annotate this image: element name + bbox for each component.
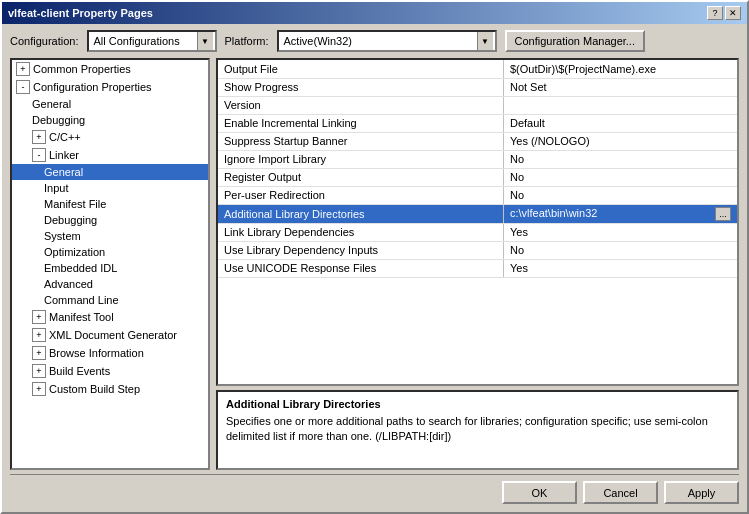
property-value: $(OutDir)\$(ProjectName).exe	[503, 60, 737, 78]
table-row[interactable]: Use Library Dependency InputsNo	[218, 241, 737, 259]
property-name: Use UNICODE Response Files	[218, 259, 503, 277]
tree-item-manifest-tool[interactable]: + Manifest Tool	[12, 308, 208, 326]
property-name: Register Output	[218, 168, 503, 186]
window-title: vlfeat-client Property Pages	[8, 7, 153, 19]
description-title: Additional Library Directories	[226, 398, 729, 410]
tree-label: Build Events	[49, 365, 110, 377]
tree-label: Advanced	[44, 278, 93, 290]
property-name: Suppress Startup Banner	[218, 132, 503, 150]
tree-item-build-events[interactable]: + Build Events	[12, 362, 208, 380]
tree-label: Debugging	[32, 114, 85, 126]
title-bar: vlfeat-client Property Pages ? ✕	[2, 2, 747, 24]
config-label: Configuration:	[10, 35, 79, 47]
tree-item-linker[interactable]: - Linker	[12, 146, 208, 164]
platform-value: Active(Win32)	[281, 35, 477, 47]
help-button[interactable]: ?	[707, 6, 723, 20]
bottom-buttons: OK Cancel Apply	[2, 475, 747, 512]
close-button[interactable]: ✕	[725, 6, 741, 20]
description-text: Specifies one or more additional paths t…	[226, 414, 729, 445]
property-value	[503, 96, 737, 114]
tree-label: General	[32, 98, 71, 110]
config-bar: Configuration: All Configurations ▼ Plat…	[2, 24, 747, 58]
table-row[interactable]: Use UNICODE Response FilesYes	[218, 259, 737, 277]
tree-item-embedded-idl[interactable]: Embedded IDL	[12, 260, 208, 276]
property-name: Show Progress	[218, 78, 503, 96]
tree-label: Manifest File	[44, 198, 106, 210]
table-row[interactable]: Output File$(OutDir)\$(ProjectName).exe	[218, 60, 737, 78]
right-panel: Output File$(OutDir)\$(ProjectName).exeS…	[216, 58, 739, 470]
tree-item-config-properties[interactable]: - Configuration Properties	[12, 78, 208, 96]
table-row[interactable]: Version	[218, 96, 737, 114]
platform-dropdown-arrow[interactable]: ▼	[477, 32, 493, 50]
property-value: No	[503, 241, 737, 259]
property-value: Default	[503, 114, 737, 132]
main-content: + Common Properties - Configuration Prop…	[2, 58, 747, 474]
platform-select[interactable]: Active(Win32) ▼	[277, 30, 497, 52]
tree-item-command-line[interactable]: Command Line	[12, 292, 208, 308]
browse-button[interactable]: ...	[715, 207, 731, 221]
tree-item-optimization[interactable]: Optimization	[12, 244, 208, 260]
expand-icon: +	[32, 310, 46, 324]
tree-item-manifest-file[interactable]: Manifest File	[12, 196, 208, 212]
property-name: Per-user Redirection	[218, 186, 503, 204]
apply-button[interactable]: Apply	[664, 481, 739, 504]
table-row[interactable]: Suppress Startup BannerYes (/NOLOGO)	[218, 132, 737, 150]
property-value: No	[503, 186, 737, 204]
tree-label: Manifest Tool	[49, 311, 114, 323]
tree-label: Embedded IDL	[44, 262, 117, 274]
ok-button[interactable]: OK	[502, 481, 577, 504]
tree-item-general[interactable]: General	[12, 96, 208, 112]
title-bar-buttons: ? ✕	[707, 6, 741, 20]
config-dropdown-arrow[interactable]: ▼	[197, 32, 213, 50]
expand-icon: +	[32, 130, 46, 144]
table-row[interactable]: Additional Library Directoriesc:\vlfeat\…	[218, 204, 737, 223]
tree-item-system[interactable]: System	[12, 228, 208, 244]
tree-panel: + Common Properties - Configuration Prop…	[10, 58, 210, 470]
table-row[interactable]: Register OutputNo	[218, 168, 737, 186]
property-value: Yes (/NOLOGO)	[503, 132, 737, 150]
property-name: Link Library Dependencies	[218, 223, 503, 241]
platform-label: Platform:	[225, 35, 269, 47]
tree-item-advanced[interactable]: Advanced	[12, 276, 208, 292]
tree-item-browse-info[interactable]: + Browse Information	[12, 344, 208, 362]
tree-label: Configuration Properties	[33, 81, 152, 93]
config-manager-button[interactable]: Configuration Manager...	[505, 30, 645, 52]
tree-item-linker-debugging[interactable]: Debugging	[12, 212, 208, 228]
tree-item-xml-doc[interactable]: + XML Document Generator	[12, 326, 208, 344]
table-row[interactable]: Per-user RedirectionNo	[218, 186, 737, 204]
tree-label: Common Properties	[33, 63, 131, 75]
tree-label: General	[44, 166, 83, 178]
expand-icon: -	[32, 148, 46, 162]
expand-icon: +	[32, 382, 46, 396]
table-row[interactable]: Link Library DependenciesYes	[218, 223, 737, 241]
tree-label: System	[44, 230, 81, 242]
property-value[interactable]: c:\vlfeat\bin\win32...	[503, 204, 737, 223]
tree-label: Command Line	[44, 294, 119, 306]
expand-icon: +	[16, 62, 30, 76]
tree-item-linker-general[interactable]: General	[12, 164, 208, 180]
configuration-value: All Configurations	[91, 35, 197, 47]
tree-item-custom-build[interactable]: + Custom Build Step	[12, 380, 208, 398]
tree-item-common-properties[interactable]: + Common Properties	[12, 60, 208, 78]
property-value: No	[503, 150, 737, 168]
property-value: Yes	[503, 223, 737, 241]
property-pages-window: vlfeat-client Property Pages ? ✕ Configu…	[0, 0, 749, 514]
property-value: Not Set	[503, 78, 737, 96]
tree-item-linker-input[interactable]: Input	[12, 180, 208, 196]
table-row[interactable]: Show ProgressNot Set	[218, 78, 737, 96]
configuration-select[interactable]: All Configurations ▼	[87, 30, 217, 52]
tree-item-debugging[interactable]: Debugging	[12, 112, 208, 128]
tree-label: XML Document Generator	[49, 329, 177, 341]
property-name: Version	[218, 96, 503, 114]
expand-icon: -	[16, 80, 30, 94]
expand-icon: +	[32, 364, 46, 378]
property-name: Additional Library Directories	[218, 204, 503, 223]
cancel-button[interactable]: Cancel	[583, 481, 658, 504]
properties-table: Output File$(OutDir)\$(ProjectName).exeS…	[216, 58, 739, 386]
tree-item-cpp[interactable]: + C/C++	[12, 128, 208, 146]
tree-label: Browse Information	[49, 347, 144, 359]
property-name: Use Library Dependency Inputs	[218, 241, 503, 259]
tree-label: Input	[44, 182, 68, 194]
table-row[interactable]: Enable Incremental LinkingDefault	[218, 114, 737, 132]
table-row[interactable]: Ignore Import LibraryNo	[218, 150, 737, 168]
